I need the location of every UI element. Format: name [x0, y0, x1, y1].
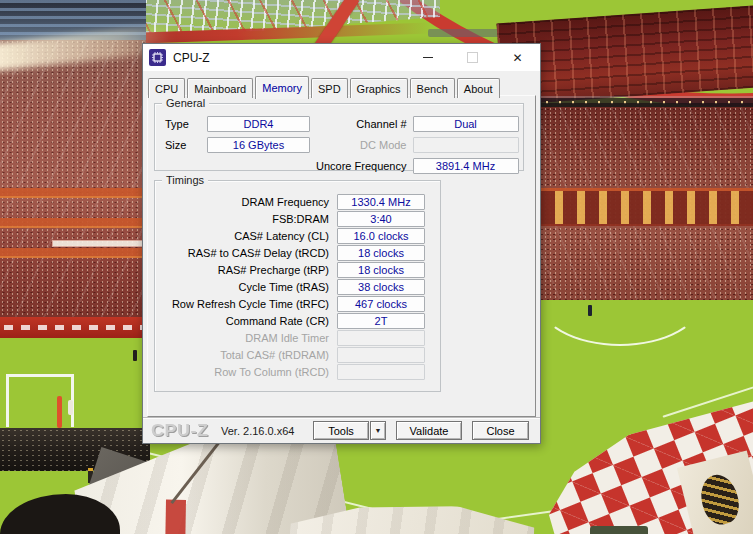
size-value-field[interactable]: 16 GBytes — [207, 137, 310, 153]
cycle-time-value-field[interactable]: 38 clocks — [337, 279, 425, 295]
ras-precharge-label: RAS# Precharge (tRP) — [161, 264, 337, 276]
timing-row: DRAM Frequency 1330.4 MHz — [161, 194, 425, 208]
timing-row: FSB:DRAM 3:40 — [161, 211, 425, 225]
dark-object — [590, 526, 648, 534]
row-to-column-label: Row To Column (tRCD) — [161, 366, 337, 378]
memory-tab-page: General Type DDR4 Channel # Dual Size 16… — [147, 95, 536, 417]
command-rate-label: Command Rate (CR) — [161, 315, 337, 327]
ras-to-cas-value-field[interactable]: 18 clocks — [337, 245, 425, 261]
tools-dropdown-button[interactable]: ▼ — [370, 421, 386, 440]
size-label: Size — [165, 139, 201, 151]
timings-rows: DRAM Frequency 1330.4 MHz FSB:DRAM 3:40 … — [155, 181, 440, 381]
left-tier-banners — [0, 168, 146, 268]
left-stand — [0, 0, 146, 338]
dc-mode-value-field — [413, 137, 519, 153]
tab-graphics[interactable]: Graphics — [350, 78, 408, 98]
uncore-frequency-label: Uncore Frequency — [316, 160, 407, 172]
total-cas-value-field — [337, 347, 425, 363]
flag-red-stripe — [165, 500, 186, 534]
cas-latency-value-field[interactable]: 16.0 clocks — [337, 228, 425, 244]
close-button[interactable]: ✕ — [495, 44, 540, 71]
ad-board-text — [4, 325, 142, 330]
close-icon: ✕ — [512, 52, 522, 64]
eagle-emblem — [696, 471, 743, 528]
type-label: Type — [165, 118, 201, 130]
person-silhouette — [68, 400, 73, 415]
player-silhouette — [133, 350, 137, 361]
dram-frequency-value-field[interactable]: 1330.4 MHz — [337, 194, 425, 210]
tab-mainboard[interactable]: Mainboard — [187, 78, 253, 98]
goal-frame — [6, 374, 74, 427]
cpuz-window: CPU-Z ✕ CPU Mainboard Memory SPD Graphic… — [142, 43, 541, 444]
timings-groupbox: Timings DRAM Frequency 1330.4 MHz FSB:DR… — [154, 180, 441, 392]
footer-bar: CPU-Z Ver. 2.16.0.x64 Tools ▼ Validate C… — [143, 417, 540, 443]
cpuz-logo: CPU-Z — [151, 421, 209, 441]
tools-button[interactable]: Tools — [313, 421, 369, 440]
ras-to-cas-label: RAS# to CAS# Delay (tRCD) — [161, 247, 337, 259]
right-hospitality-band — [533, 188, 753, 226]
general-groupbox: General Type DDR4 Channel # Dual Size 16… — [154, 103, 524, 171]
dram-idle-timer-value-field — [337, 330, 425, 346]
row-refresh-cycle-label: Row Refresh Cycle Time (tRFC) — [161, 298, 337, 310]
cycle-time-label: Cycle Time (tRAS) — [161, 281, 337, 293]
cpuz-app-icon — [149, 49, 166, 66]
maximize-button — [450, 44, 495, 71]
close-dialog-button[interactable]: Close — [472, 421, 529, 440]
tab-spd[interactable]: SPD — [311, 78, 348, 98]
timing-row: CAS# Latency (CL) 16.0 clocks — [161, 228, 425, 242]
channel-label: Channel # — [316, 118, 407, 130]
timing-row: Row Refresh Cycle Time (tRFC) 467 clocks — [161, 296, 425, 310]
minimize-button[interactable] — [405, 44, 450, 71]
dram-idle-timer-label: DRAM Idle Timer — [161, 332, 337, 344]
left-white-banner — [52, 240, 146, 247]
timing-row: Cycle Time (tRAS) 38 clocks — [161, 279, 425, 293]
row-refresh-cycle-value-field[interactable]: 467 clocks — [337, 296, 425, 312]
tab-cpu[interactable]: CPU — [148, 78, 185, 98]
timing-row: Total CAS# (tRDRAM) — [161, 347, 425, 361]
total-cas-label: Total CAS# (tRDRAM) — [161, 349, 337, 361]
tab-about[interactable]: About — [457, 78, 500, 98]
fsb-dram-value-field[interactable]: 3:40 — [337, 211, 425, 227]
timing-row: RAS# Precharge (tRP) 18 clocks — [161, 262, 425, 276]
channel-value-field[interactable]: Dual — [413, 116, 519, 132]
ras-precharge-value-field[interactable]: 18 clocks — [337, 262, 425, 278]
timing-row: Command Rate (CR) 2T — [161, 313, 425, 327]
command-rate-value-field[interactable]: 2T — [337, 313, 425, 329]
fsb-dram-label: FSB:DRAM — [161, 213, 337, 225]
ad-board — [0, 317, 146, 338]
caption-buttons: ✕ — [405, 44, 540, 71]
player-silhouette — [588, 305, 592, 316]
version-text: Ver. 2.16.0.x64 — [221, 425, 294, 437]
screenshot-stage: CPU-Z ✕ CPU Mainboard Memory SPD Graphic… — [0, 0, 753, 534]
maximize-icon — [467, 52, 478, 63]
right-stand — [533, 0, 753, 300]
dram-frequency-label: DRAM Frequency — [161, 196, 337, 208]
orange-pole — [57, 396, 62, 428]
tab-bench[interactable]: Bench — [410, 78, 455, 98]
chevron-down-icon: ▼ — [375, 427, 382, 434]
general-fields: Type DDR4 Channel # Dual Size 16 GBytes … — [155, 104, 523, 174]
timing-row: RAS# to CAS# Delay (tRCD) 18 clocks — [161, 245, 425, 259]
minimize-icon — [423, 57, 433, 58]
titlebar[interactable]: CPU-Z ✕ — [143, 44, 540, 71]
tab-bar: CPU Mainboard Memory SPD Graphics Bench … — [148, 76, 500, 98]
timing-row: Row To Column (tRCD) — [161, 364, 425, 378]
dc-mode-label: DC Mode — [316, 139, 407, 151]
window-title: CPU-Z — [173, 51, 210, 65]
row-to-column-value-field — [337, 364, 425, 380]
uncore-frequency-value-field[interactable]: 3891.4 MHz — [413, 158, 519, 174]
tab-memory[interactable]: Memory — [255, 76, 309, 99]
timing-row: DRAM Idle Timer — [161, 330, 425, 344]
cas-latency-label: CAS# Latency (CL) — [161, 230, 337, 242]
validate-button[interactable]: Validate — [396, 421, 462, 440]
type-value-field[interactable]: DDR4 — [207, 116, 310, 132]
